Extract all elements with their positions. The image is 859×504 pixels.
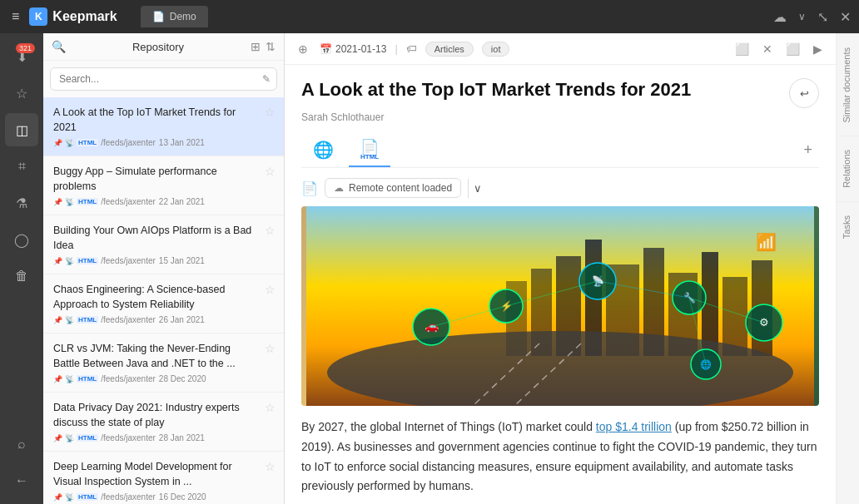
article-list-header: 🔍 Repository ⊞ ⇅ [43,33,284,61]
star-button[interactable]: ☆ [265,165,276,178]
tab-html[interactable]: 📄 HTML [349,133,390,167]
articles-tag[interactable]: Articles [425,42,474,57]
share-button[interactable]: ↩ [789,78,819,108]
article-item[interactable]: Data Privacy Day 2021: Industry experts … [43,393,284,452]
html-tag-icon: HTML [77,375,98,383]
cloud-upload-icon[interactable]: ☁ [773,9,787,25]
sort-icon[interactable]: ⇅ [266,40,276,53]
pin-icon: 📌 [53,316,62,324]
demo-tab[interactable]: 📄 Demo [141,6,208,27]
article-body: By 2027, the global Internet of Things (… [301,418,819,497]
expand-icon[interactable]: ⤡ [817,9,828,25]
view-mode-icon[interactable]: ⬜ [732,39,752,59]
pin-icon: 📌 [53,434,62,442]
article-main-title: A Look at the Top IoT Market Trends for … [301,78,779,102]
article-item-meta: 📌 📡 HTML /feeds/jaxenter 22 Jan 2021 [53,197,274,206]
grid-view-icon[interactable]: ⊞ [251,40,261,53]
similar-documents-panel[interactable]: Similar documents [837,33,859,136]
star-button[interactable]: ☆ [265,401,276,414]
article-item[interactable]: Chaos Engineering: A Science-based Appro… [43,274,284,334]
article-item-title: CLR vs JVM: Taking the Never-Ending Batt… [53,342,274,371]
titlebar-actions: ☁ ∨ ⤡ ✕ [773,9,851,25]
html-tag-icon: HTML [77,493,98,501]
article-item[interactable]: CLR vs JVM: Taking the Never-Ending Batt… [43,334,284,393]
sidebar-item-starred[interactable]: ☆ [5,77,38,110]
close-icon[interactable]: ✕ [840,9,851,25]
article-item-meta: 📌 📡 HTML /feeds/jaxenter 26 Jan 2021 [53,315,274,324]
article-item[interactable]: A Look at the Top IoT Market Trends for … [43,97,284,156]
date-value: 2021-01-13 [335,43,386,55]
edit-icon[interactable]: ✎ [262,73,271,85]
rss-icon: 📡 [65,434,74,442]
tag-separator-icon: | [395,42,397,55]
sidebar-item-filter[interactable]: ⚗ [5,186,38,220]
article-content: A Look at the Top IoT Market Trends for … [285,65,836,504]
svg-text:📡: 📡 [592,274,604,287]
tag-label-icon: 🏷 [406,42,417,55]
article-item-meta: 📌 📡 HTML /feeds/jaxenter 15 Jan 2021 [53,256,274,265]
sidebar-item-trash[interactable]: 🗑 [5,259,38,293]
html-tag-icon: HTML [77,316,98,324]
article-item-meta: 📌 📡 HTML /feeds/jaxenter 28 Dec 2020 [53,374,274,383]
article-item[interactable]: Building Your Own AIOps Platform is a Ba… [43,215,284,274]
sidebar-item-tag[interactable]: ⌗ [5,150,38,183]
article-item-meta: 📌 📡 HTML /feeds/jaxenter 13 Jan 2021 [53,138,274,147]
rss-icon: 📡 [65,493,74,502]
pin-icon: 📌 [53,257,62,265]
main-layout: ⬇ 321 ☆ ◫ ⌗ ⚗ ◯ 🗑 ⌕ ← 🔍 Rep [0,33,859,504]
tasks-panel[interactable]: Tasks [837,201,859,252]
search-icon: ⌕ [17,437,26,452]
search-bar: ✎ [50,67,277,91]
tab-web[interactable]: 🌐 [301,135,345,166]
remote-content-chevron[interactable]: ∨ [468,179,487,198]
sidebar-item-back[interactable]: ← [5,464,38,497]
search-small-icon[interactable]: 🔍 [52,40,66,53]
star-button[interactable]: ☆ [265,283,276,296]
date-field: 📅 2021-01-13 [320,43,386,55]
play-icon[interactable]: ▶ [810,39,826,59]
article-item-title: A Look at the Top IoT Market Trends for … [53,106,274,135]
article-date: 28 Jan 2021 [159,433,205,442]
star-button[interactable]: ☆ [265,460,276,473]
remote-content-button[interactable]: ☁ Remote content loaded [325,178,461,198]
star-button[interactable]: ☆ [265,224,276,237]
article-date: 13 Jan 2021 [159,138,205,147]
html-file-icon: 📄 HTML [360,138,379,161]
article-link[interactable]: top $1.4 trillion [596,420,672,433]
sidebar-item-person[interactable]: ◯ [5,223,38,256]
add-tab-button[interactable]: + [797,141,819,159]
article-item[interactable]: Deep Learning Model Development for Visu… [43,452,284,504]
article-title-area: A Look at the Top IoT Market Trends for … [301,78,819,108]
article-list: 🔍 Repository ⊞ ⇅ ✎ A Look at the Top IoT… [43,33,285,504]
pin-icon: 📌 [53,493,62,502]
sidebar-item-inbox[interactable]: ⬇ 321 [5,40,38,73]
close-article-icon[interactable]: ✕ [759,39,776,59]
iot-city-svg: 🚗 ⚡ 📡 🔧 ⚙ 🌐 [301,206,819,406]
add-location-icon[interactable]: ⊕ [295,39,311,59]
relations-panel[interactable]: Relations [837,136,859,201]
iot-tag[interactable]: iot [482,42,510,57]
pin-icon: 📌 [53,375,62,383]
chevron-down-icon[interactable]: ∨ [798,11,806,22]
feed-name: /feeds/jaxenter [101,433,156,442]
article-item[interactable]: Buggy App – Simulate performance problem… [43,156,284,215]
star-button[interactable]: ☆ [265,342,276,355]
menu-icon[interactable]: ≡ [8,6,22,27]
sidebar-item-folder[interactable]: ◫ [5,113,38,146]
titlebar: ≡ K Keepmark 📄 Demo ☁ ∨ ⤡ ✕ [0,0,859,33]
pdf-icon: 📄 [301,180,318,196]
expand-article-icon[interactable]: ⬜ [782,39,803,59]
article-date: 28 Dec 2020 [159,374,206,383]
app-name: Keepmark [52,9,117,24]
feed-name: /feeds/jaxenter [101,492,156,502]
article-author: Sarah Schlothauer [301,111,819,123]
html-tag-icon: HTML [77,139,98,146]
sidebar-item-search[interactable]: ⌕ [5,427,38,461]
article-date: 15 Jan 2021 [159,256,205,265]
feed-name: /feeds/jaxenter [101,197,156,206]
world-icon: 🌐 [313,140,334,160]
feed-name: /feeds/jaxenter [101,256,156,265]
star-button[interactable]: ☆ [265,106,276,119]
search-input[interactable] [50,67,277,91]
back-icon: ← [15,473,28,488]
